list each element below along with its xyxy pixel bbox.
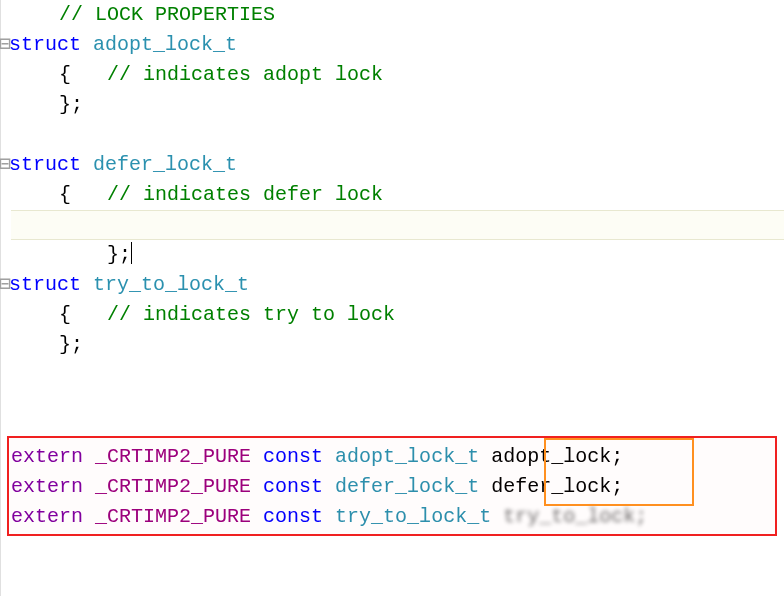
- space: [81, 153, 93, 176]
- macro: _CRTIMP2_PURE: [95, 475, 251, 498]
- code-editor[interactable]: // LOCK PROPERTIES ⊟struct adopt_lock_t …: [0, 0, 784, 596]
- space: [71, 183, 107, 206]
- whitespace: [11, 303, 59, 326]
- code-line: extern _CRTIMP2_PURE const try_to_lock_t…: [11, 502, 784, 532]
- code-line: extern _CRTIMP2_PURE const adopt_lock_t …: [11, 442, 784, 472]
- keyword-struct: struct: [9, 273, 81, 296]
- comment: // indicates defer lock: [107, 183, 383, 206]
- code-line: extern _CRTIMP2_PURE const defer_lock_t …: [11, 472, 784, 502]
- fold-icon[interactable]: ⊟: [0, 150, 9, 180]
- space: [83, 505, 95, 528]
- macro: _CRTIMP2_PURE: [95, 445, 251, 468]
- space: [479, 445, 491, 468]
- keyword-extern: extern: [11, 505, 83, 528]
- variable-name: defer_lock;: [491, 475, 623, 498]
- fold-icon[interactable]: ⊟: [0, 30, 9, 60]
- brace-close: };: [59, 333, 83, 356]
- whitespace: [11, 183, 59, 206]
- keyword-struct: struct: [9, 33, 81, 56]
- code-line: ⊟struct try_to_lock_t: [11, 270, 784, 300]
- code-line: { // indicates adopt lock: [11, 60, 784, 90]
- current-line-highlight: [11, 210, 784, 240]
- code-line: };: [11, 90, 784, 120]
- type-name: try_to_lock_t: [335, 505, 491, 528]
- type-name: adopt_lock_t: [335, 445, 479, 468]
- whitespace: [11, 93, 59, 116]
- code-line: };: [11, 330, 784, 360]
- space: [479, 475, 491, 498]
- keyword-const: const: [263, 505, 323, 528]
- comment: // LOCK PROPERTIES: [59, 3, 275, 26]
- code-line-empty: [11, 360, 784, 390]
- space: [323, 445, 335, 468]
- type-name: adopt_lock_t: [93, 33, 237, 56]
- type-name: try_to_lock_t: [93, 273, 249, 296]
- macro: _CRTIMP2_PURE: [95, 505, 251, 528]
- brace-open: {: [59, 183, 71, 206]
- space: [81, 273, 93, 296]
- space: [81, 33, 93, 56]
- space: [323, 505, 335, 528]
- code-line: ⊟struct adopt_lock_t: [11, 30, 784, 60]
- keyword-const: const: [263, 475, 323, 498]
- space: [83, 445, 95, 468]
- brace-open: {: [59, 303, 71, 326]
- brace-close: };: [59, 93, 83, 116]
- keyword-struct: struct: [9, 153, 81, 176]
- space: [71, 63, 107, 86]
- code-line: // LOCK PROPERTIES: [11, 0, 784, 30]
- space: [71, 303, 107, 326]
- space: [251, 445, 263, 468]
- variable-name: try_to_lock;: [503, 505, 647, 528]
- code-line: { // indicates try to lock: [11, 300, 784, 330]
- space: [491, 505, 503, 528]
- comment: // indicates try to lock: [107, 303, 395, 326]
- type-name: defer_lock_t: [335, 475, 479, 498]
- space: [251, 475, 263, 498]
- code-line-current: };: [11, 210, 784, 240]
- whitespace: [11, 3, 59, 26]
- code-line: ⊟struct defer_lock_t: [11, 150, 784, 180]
- comment: // indicates adopt lock: [107, 63, 383, 86]
- whitespace: [11, 333, 59, 356]
- code-line: { // indicates defer lock: [11, 180, 784, 210]
- fold-icon[interactable]: ⊟: [0, 270, 9, 300]
- code-line-empty: [11, 240, 784, 270]
- type-name: defer_lock_t: [93, 153, 237, 176]
- code-line-empty: [11, 120, 784, 150]
- whitespace: [11, 63, 59, 86]
- keyword-extern: extern: [11, 475, 83, 498]
- variable-name: adopt_lock;: [491, 445, 623, 468]
- space: [323, 475, 335, 498]
- space: [251, 505, 263, 528]
- keyword-const: const: [263, 445, 323, 468]
- space: [83, 475, 95, 498]
- brace-open: {: [59, 63, 71, 86]
- keyword-extern: extern: [11, 445, 83, 468]
